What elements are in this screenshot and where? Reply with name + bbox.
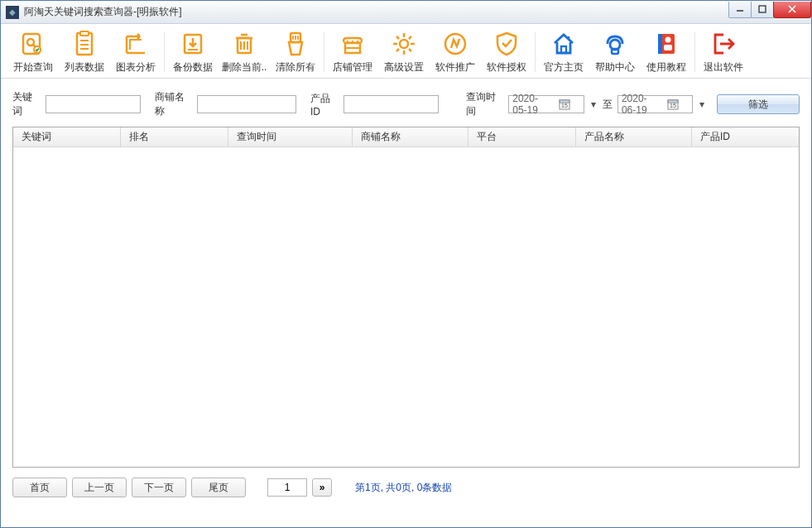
toolbar-label: 软件授权 [487,60,526,74]
toolbar-label: 使用教程 [646,60,686,74]
close-button[interactable] [773,2,811,18]
promote-icon [441,30,469,58]
go-button[interactable]: » [312,478,332,497]
license-icon [492,30,521,58]
toolbar-chart-analysis[interactable]: 图表分析 [110,27,161,77]
adv-settings-icon [390,30,418,58]
toolbar-separator [164,32,165,72]
toolbar-exit[interactable]: 退出软件 [698,27,749,77]
help-icon [601,30,629,58]
toolbar-label: 列表数据 [65,60,104,74]
filter-button[interactable]: 筛选 [717,94,800,114]
svg-point-5 [27,39,34,46]
delete-current-icon [230,30,258,58]
toolbar-list-data[interactable]: 列表数据 [59,27,110,77]
clear-all-icon [281,30,310,58]
shop-manage-icon [339,30,367,58]
column-header[interactable]: 排名 [121,127,228,146]
toolbar-homepage[interactable]: 官方主页 [538,27,589,77]
calendar-icon: 15 [547,97,582,112]
titlebar: ◆ 阿淘天关键词搜索查询器-[明振软件] [1,1,811,24]
prev-page-button[interactable]: 上一页 [72,478,127,497]
toolbar-label: 店铺管理 [333,60,372,74]
toolbar-delete-current[interactable]: 删除当前.. [219,27,270,77]
toolbar-label: 软件推广 [435,60,475,74]
to-label: 至 [603,98,613,112]
time-label: 查询时间 [466,90,503,118]
svg-rect-9 [80,31,89,36]
pager-info: 第1页, 共0页, 0条数据 [355,481,452,495]
column-header[interactable]: 查询时间 [228,127,353,146]
toolbar-label: 开始查询 [13,60,53,74]
next-page-button[interactable]: 下一页 [132,478,186,497]
maximize-button[interactable] [751,2,774,18]
toolbar-label: 删除当前.. [222,60,267,74]
calendar-icon: 15 [656,97,691,112]
toolbar-label: 帮助中心 [595,60,635,74]
toolbar-label: 官方主页 [544,60,584,74]
toolbar: 开始查询列表数据图表分析备份数据删除当前..清除所有店铺管理高级设置软件推广软件… [1,24,811,79]
toolbar-clear-all[interactable]: 清除所有 [270,27,321,77]
chart-analysis-icon [122,30,150,58]
svg-rect-44 [664,45,672,50]
toolbar-separator [694,32,695,72]
date-to-picker[interactable]: 2020-06-19 15 [617,95,693,113]
toolbar-promote[interactable]: 软件推广 [430,27,481,77]
toolbar-tutorial[interactable]: 使用教程 [641,27,692,77]
svg-point-27 [400,40,408,48]
date-from-picker[interactable]: 2020-05-19 15 [508,95,584,113]
column-header[interactable]: 产品名称 [576,127,692,146]
window-controls [729,2,811,18]
exit-icon [709,30,738,58]
toolbar-label: 图表分析 [116,60,156,74]
column-header[interactable]: 关键词 [13,127,121,146]
date-to-value: 2020-06-19 [622,93,656,116]
minimize-button[interactable] [728,2,752,18]
toolbar-separator [324,32,324,72]
page-input[interactable] [267,478,307,497]
svg-rect-1 [759,6,766,12]
toolbar-label: 高级设置 [384,60,424,74]
list-data-icon [70,30,98,58]
pager: 首页 上一页 下一页 尾页 » 第1页, 共0页, 0条数据 [1,473,811,502]
keyword-label: 关键词 [12,90,41,118]
toolbar-help[interactable]: 帮助中心 [589,27,641,77]
toolbar-separator [535,32,536,72]
toolbar-backup-data[interactable]: 备份数据 [167,27,219,77]
table-header: 关键词排名查询时间商铺名称平台产品名称产品ID [13,127,799,147]
backup-data-icon [179,30,207,58]
svg-line-34 [409,36,411,39]
toolbar-license[interactable]: 软件授权 [481,27,532,77]
svg-text:15: 15 [670,103,676,108]
svg-point-43 [665,36,671,42]
app-icon: ◆ [6,6,19,19]
svg-rect-40 [612,49,618,54]
pid-label: 产品ID [310,92,339,118]
column-header[interactable]: 商铺名称 [353,127,468,146]
toolbar-label: 备份数据 [173,60,213,74]
toolbar-label: 清除所有 [276,60,315,74]
svg-text:15: 15 [561,103,568,108]
svg-line-33 [409,49,411,51]
shop-label: 商铺名称 [155,90,192,118]
shop-input[interactable] [197,95,296,113]
svg-rect-42 [658,34,662,54]
window-title: 阿淘天关键词搜索查询器-[明振软件] [24,5,729,19]
tutorial-icon [652,30,680,58]
column-header[interactable]: 产品ID [692,127,799,146]
pid-input[interactable] [344,95,439,113]
first-page-button[interactable]: 首页 [12,478,67,497]
toolbar-shop-manage[interactable]: 店铺管理 [327,27,378,77]
start-query-icon [19,30,47,58]
homepage-icon [550,30,578,58]
column-header[interactable]: 平台 [468,127,576,146]
chevron-down-icon[interactable]: ▾ [698,97,706,112]
chevron-down-icon[interactable]: ▾ [589,97,598,112]
keyword-input[interactable] [46,95,141,113]
toolbar-adv-settings[interactable]: 高级设置 [378,27,430,77]
results-table: 关键词排名查询时间商铺名称平台产品名称产品ID [12,127,800,468]
svg-line-35 [396,49,399,51]
date-from-value: 2020-05-19 [512,93,547,116]
last-page-button[interactable]: 尾页 [191,478,246,497]
toolbar-start-query[interactable]: 开始查询 [7,27,59,77]
